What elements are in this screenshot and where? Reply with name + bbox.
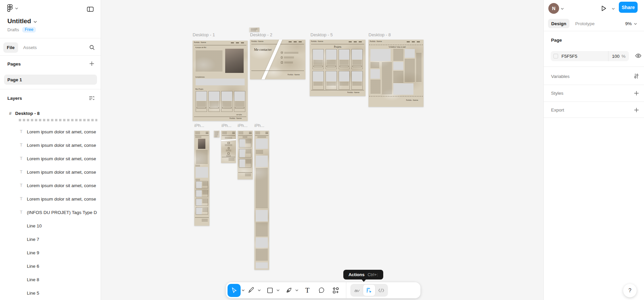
chevron-down-icon[interactable]: [34, 21, 37, 23]
opacity-value[interactable]: 100: [612, 54, 620, 59]
frame-thumb-menu[interactable]: [214, 131, 219, 137]
thumb-contact-rows: [225, 142, 233, 157]
frame-label-iphone-2[interactable]: iPh...: [221, 123, 232, 128]
thumb-nav: [289, 41, 303, 42]
variables-section-header[interactable]: Variables: [551, 74, 569, 79]
layer-row-line[interactable]: Line 10: [0, 219, 101, 232]
sidebar-toggle-icon[interactable]: [87, 7, 94, 12]
frame-label-desktop-1[interactable]: Desktop - 1: [193, 32, 215, 37]
actions-tool-button[interactable]: [330, 284, 341, 297]
shape-tool-chevron-icon[interactable]: [276, 286, 280, 295]
file-title[interactable]: Untitled: [7, 17, 31, 25]
figma-logo-icon[interactable]: [7, 4, 13, 12]
thumb-card: [196, 91, 207, 112]
color-hex-value[interactable]: F5F5F5: [561, 54, 577, 59]
tab-design[interactable]: Design: [548, 19, 569, 28]
move-tool-button[interactable]: [228, 284, 241, 297]
chevron-down-icon[interactable]: [15, 7, 18, 9]
layer-row-text[interactable]: TLorem ipsum dolor sit amet, conse: [0, 192, 101, 206]
layer-row-text[interactable]: TLorem ipsum dolor sit amet, conse: [0, 125, 101, 138]
frame-label-desktop-2[interactable]: Desktop - 2: [250, 32, 272, 37]
thumb-placeholder: [256, 262, 268, 268]
avatar[interactable]: N: [548, 3, 559, 14]
text-layer-icon: T: [19, 170, 23, 174]
canvas[interactable]: Desktop - 1 Desktop - 2 Desktop - 5 Desk…: [101, 0, 543, 300]
thumb-text-lines: [225, 137, 232, 138]
frame-thumb-desktop-1[interactable]: Portfolio - Noémie A propos de Moi Compé…: [193, 41, 248, 121]
layer-row-text[interactable]: T(INFOS DU PROJET) Tags Type D: [0, 206, 101, 219]
add-style-icon[interactable]: [634, 91, 639, 96]
thumb-footer: Portfolio - Noémie: [406, 99, 418, 101]
text-tool-button[interactable]: T: [302, 284, 313, 297]
layer-row-line[interactable]: Line 7: [0, 232, 101, 246]
add-page-icon[interactable]: [89, 61, 94, 66]
layers-header[interactable]: Layers: [7, 96, 22, 101]
visibility-eye-icon[interactable]: [635, 53, 641, 58]
frame-thumb-dropdown[interactable]: [249, 28, 259, 32]
plan-badge[interactable]: Free: [22, 27, 36, 33]
pen-tool-chevron-icon[interactable]: [294, 286, 299, 295]
frame-label-iphone-4[interactable]: iPh...: [254, 123, 264, 128]
breadcrumb[interactable]: Drafts: [7, 27, 19, 32]
thumb-rule: [251, 71, 304, 71]
layer-row-text[interactable]: TLorem ipsum dolor sit amet, conse: [0, 179, 101, 192]
frame-label-iphone-1[interactable]: iPh...: [194, 123, 204, 128]
frame-thumb-desktop-8[interactable]: Portfolio - Noémie VIDEO VALUAE Portfoli…: [368, 40, 424, 107]
share-button[interactable]: Share: [619, 2, 638, 13]
frame-thumb-desktop-5[interactable]: Portfolio - Noémie Projets Portfolio - N…: [310, 40, 365, 96]
styles-section-header[interactable]: Styles: [551, 91, 563, 96]
frame-thumb-iphone-3[interactable]: [238, 131, 253, 179]
present-play-icon[interactable]: [600, 5, 607, 12]
move-tool-chevron-icon[interactable]: [241, 286, 245, 295]
pencil-tool-chevron-icon[interactable]: [257, 286, 261, 295]
frame-label-iphone-3[interactable]: iPh...: [238, 123, 248, 128]
design-mode-button[interactable]: [363, 285, 375, 296]
pencil-tool-button[interactable]: [245, 284, 257, 297]
layer-row-line[interactable]: Line 8: [0, 273, 101, 286]
draw-mode-button[interactable]: [351, 285, 363, 296]
thumb-rule: [194, 117, 246, 117]
layers-sort-icon[interactable]: [89, 95, 95, 101]
page-color-field[interactable]: F5F5F5 100 %: [551, 51, 629, 61]
frame-label-desktop-5[interactable]: Desktop - 5: [310, 32, 333, 37]
thumb-text-lines: [370, 62, 379, 68]
layer-row-text[interactable]: TLorem ipsum dolor sit amet, conse: [0, 165, 101, 179]
layer-row-line[interactable]: Line 5: [0, 286, 101, 300]
divider: [544, 31, 644, 31]
bottom-toolbar: T: [226, 282, 420, 298]
tab-assets[interactable]: Assets: [23, 45, 37, 50]
layer-row-text[interactable]: TLorem ipsum dolor sit amet, conse: [0, 138, 101, 152]
color-swatch[interactable]: [553, 54, 558, 58]
thumb-rule: [238, 135, 252, 136]
chevron-down-icon[interactable]: [561, 8, 564, 10]
search-icon[interactable]: [89, 45, 95, 50]
dev-mode-button[interactable]: [375, 285, 387, 296]
export-section-header[interactable]: Export: [551, 108, 564, 113]
thumb-nav: [349, 41, 363, 42]
frame-thumb-desktop-2[interactable]: Portfolio - Noémie Me contacter Portfoli…: [250, 40, 305, 79]
thumb-nav: [231, 42, 246, 43]
layer-row-line[interactable]: Line 9: [0, 246, 101, 259]
pages-header[interactable]: Pages: [7, 61, 21, 67]
layer-frame-desktop-8[interactable]: # Desktop - 8: [0, 108, 101, 118]
toolbar-divider: [346, 282, 346, 298]
text-layer-icon: T: [19, 197, 23, 201]
tab-file[interactable]: File: [3, 42, 18, 53]
page-item-page-1[interactable]: Page 1: [4, 75, 97, 85]
tab-prototype[interactable]: Prototype: [575, 21, 595, 26]
frame-thumb-iphone-4[interactable]: [254, 131, 269, 270]
shape-tool-button[interactable]: [264, 284, 276, 297]
pen-tool-button[interactable]: [283, 284, 294, 297]
comment-tool-button[interactable]: [316, 284, 327, 297]
variables-icon[interactable]: [634, 73, 639, 79]
add-export-icon[interactable]: [634, 108, 639, 113]
help-button[interactable]: ?: [623, 284, 637, 297]
frame-thumb-iphone-1[interactable]: [194, 131, 209, 226]
frame-thumb-iphone-2[interactable]: [221, 131, 236, 163]
chevron-down-icon[interactable]: [612, 8, 615, 10]
thumb-text-lines: [257, 136, 266, 138]
zoom-control[interactable]: 9%: [625, 21, 637, 26]
frame-label-desktop-8[interactable]: Desktop - 8: [368, 32, 391, 37]
layer-row-text[interactable]: TLorem ipsum dolor sit amet, conse: [0, 152, 101, 165]
layer-row-line[interactable]: Line 6: [0, 259, 101, 273]
